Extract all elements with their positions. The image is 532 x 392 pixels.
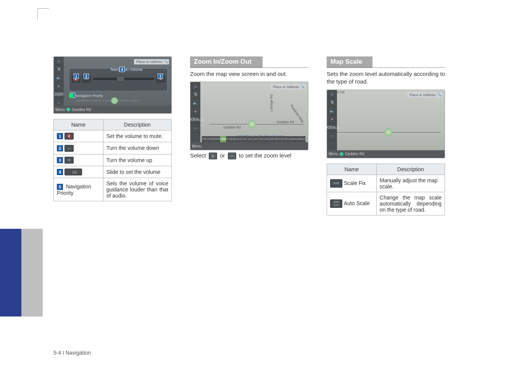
screenshot-nav-volume: ⌂ ⇅ 🔈 + 300ft − Place or Address Navigat…	[53, 56, 172, 114]
car-marker-icon	[248, 120, 256, 129]
marker-5: 5	[57, 184, 63, 190]
zoom-caption: Select + or − to set the zoom level	[190, 152, 308, 159]
minus-icon: −	[228, 153, 236, 159]
gps-dot-icon	[66, 108, 70, 111]
caption-mid: or	[220, 152, 225, 159]
scale-tick[interactable]: 500mi	[298, 136, 306, 142]
marker-3: 3	[57, 157, 63, 163]
menu-button[interactable]: Menu	[329, 152, 338, 156]
marker-4: 4	[57, 169, 63, 175]
compass-icon[interactable]: ⇅	[54, 65, 64, 74]
scale-tick[interactable]: 32mi	[270, 136, 276, 142]
page: ⌂ ⇅ 🔈 + 300ft − Place or Address Navigat…	[0, 0, 532, 392]
nav-mute-icon[interactable]: 🔈	[190, 99, 200, 107]
map-sidebar: ⌂ ⇅ 🔈 + 300ft −	[54, 57, 64, 113]
road-label-left: Geddes Rd	[223, 125, 241, 129]
scale-tick[interactable]: 16mi	[264, 136, 270, 142]
cell-desc: Turn the volume up	[103, 154, 171, 166]
vol-slider[interactable]: 15	[93, 78, 154, 80]
nav-volume-panel: Navigation Volume 🔇 − 15 +	[69, 68, 168, 91]
gps-dot-icon	[340, 152, 343, 156]
content-columns: ⌂ ⇅ 🔈 + 300ft − Place or Address Navigat…	[53, 56, 486, 215]
plus-icon: +	[64, 157, 74, 164]
screenshot-zoom: ⌂ ⇅ 🔈 + 300ftAuto − Place or Address Lef…	[190, 82, 308, 150]
column-2: Zoom In/Zoom Out Zoom the map view scree…	[190, 56, 308, 215]
table-row: 415 Slide to set the volume	[54, 166, 172, 178]
search-box[interactable]: Place or Address	[407, 92, 442, 98]
table-row: 300ftScale Fix Manually adjust the map s…	[327, 175, 445, 192]
scale-fix-icon: 300ft	[330, 179, 342, 188]
table-row: 5 Navigation Priority Sets the volume of…	[54, 178, 172, 201]
road-line	[210, 124, 304, 125]
home-icon[interactable]: ⌂	[190, 82, 200, 90]
nav-priority-row[interactable]: Navigation Priority	[69, 93, 168, 98]
marker-2: 2	[57, 145, 63, 151]
nav-mute-icon[interactable]: 🔈	[327, 107, 337, 115]
scale-button[interactable]: 300ftAuto	[327, 124, 337, 132]
th-name: Name	[54, 119, 103, 130]
menu-button[interactable]: Menu	[192, 144, 202, 148]
cell-desc: Slide to set the volume	[103, 166, 171, 178]
table-row: 2− Turn the volume down	[54, 142, 172, 154]
scale-tick[interactable]: 300ft	[214, 136, 220, 142]
column-3: Map Scale Sets the zoom level automatica…	[327, 56, 445, 215]
scale-tick[interactable]: 2mi	[247, 136, 253, 142]
home-icon[interactable]: ⌂	[327, 90, 337, 98]
zoom-in-icon[interactable]: +	[54, 82, 64, 90]
mute-icon: 🔇	[64, 133, 74, 140]
scale-tick[interactable]: 250mi	[290, 136, 298, 142]
scale-tick[interactable]: 0.25mi	[226, 136, 235, 142]
cell-desc: Set the volume to mute.	[103, 130, 171, 142]
scale-tick[interactable]: 8mi	[259, 136, 264, 142]
compass-icon[interactable]: ⇅	[327, 98, 337, 107]
screenshot-map-scale: ⌂ ⇅ 🔈 + 300ftAuto − Place or Address Ged…	[327, 90, 445, 158]
section-heading-wrap: Zoom In/Zoom Out	[190, 56, 308, 68]
slider-icon: 15	[64, 169, 82, 175]
nav-volume-table: Name Description 1🔇 Set the volume to mu…	[53, 119, 172, 201]
scale-tick[interactable]: 0.5mi	[235, 136, 242, 142]
section-heading: Map Scale	[327, 56, 372, 67]
home-icon[interactable]: ⌂	[54, 57, 64, 65]
checkbox-icon[interactable]	[69, 93, 74, 98]
row-name: Auto Scale	[344, 200, 370, 206]
cell-desc: Sets the volume of voice guidance louder…	[103, 178, 171, 201]
search-box[interactable]: Place or Address	[134, 59, 169, 64]
scale-tick[interactable]: 1mi	[242, 136, 248, 142]
car-marker-icon	[384, 128, 393, 137]
zoom-out-icon[interactable]: −	[327, 132, 337, 140]
marker-1: 1	[57, 133, 63, 139]
map-scale-table: Name Description 300ftScale Fix Manually…	[327, 164, 445, 215]
map-menubar: Menu Geddes Rd	[327, 150, 445, 158]
zoom-out-icon[interactable]: −	[190, 124, 200, 132]
section-intro: Sets the zoom level automatically accord…	[327, 70, 445, 86]
section-heading-wrap: Map Scale	[327, 56, 445, 68]
compass-icon[interactable]: ⇅	[190, 90, 200, 99]
menu-button[interactable]: Menu	[55, 108, 65, 112]
scale-button[interactable]: 300ftAuto	[190, 116, 200, 124]
cell-desc: Turn the volume down	[103, 142, 171, 154]
map-menubar: Menu Geddes Rd	[54, 106, 171, 113]
zoom-in-icon[interactable]: +	[190, 107, 200, 116]
callout-3: 3	[158, 74, 163, 79]
scale-tick[interactable]: 4mi	[253, 136, 259, 142]
callout-4: 4	[119, 67, 125, 72]
scale-tick[interactable]: 700ft	[220, 136, 227, 142]
auto-scale-icon: 300ftAuto	[330, 199, 342, 208]
scale-tick[interactable]: 150ft	[208, 136, 214, 142]
scale-bar[interactable]: 75ft150ft300ft700ft0.25mi0.5mi1mi2mi4mi8…	[202, 136, 306, 142]
nav-priority-sub: Navigation volume is louder than Audio v…	[76, 99, 139, 102]
scale-tick[interactable]: 64mi	[277, 136, 283, 142]
vol-slider-value: 15	[117, 76, 124, 80]
section-intro: Zoom the map view screen in and out.	[190, 70, 308, 78]
scale-tick[interactable]: 75ft	[202, 136, 208, 142]
zoom-in-icon[interactable]: +	[327, 115, 337, 124]
road-label-v: Leforge Rd	[269, 95, 273, 112]
scale-tick[interactable]: 130mi	[283, 136, 290, 142]
nav-priority-label: Navigation Priority	[75, 94, 103, 98]
scale-button[interactable]: 300ft	[54, 90, 64, 99]
search-box[interactable]: Place or Address	[271, 84, 306, 90]
nav-mute-icon[interactable]: 🔈	[54, 74, 64, 82]
table-row: 1🔇 Set the volume to mute.	[54, 130, 172, 142]
column-1: ⌂ ⇅ 🔈 + 300ft − Place or Address Navigat…	[53, 56, 172, 215]
nav-volume-title: Navigation Volume	[111, 67, 142, 72]
